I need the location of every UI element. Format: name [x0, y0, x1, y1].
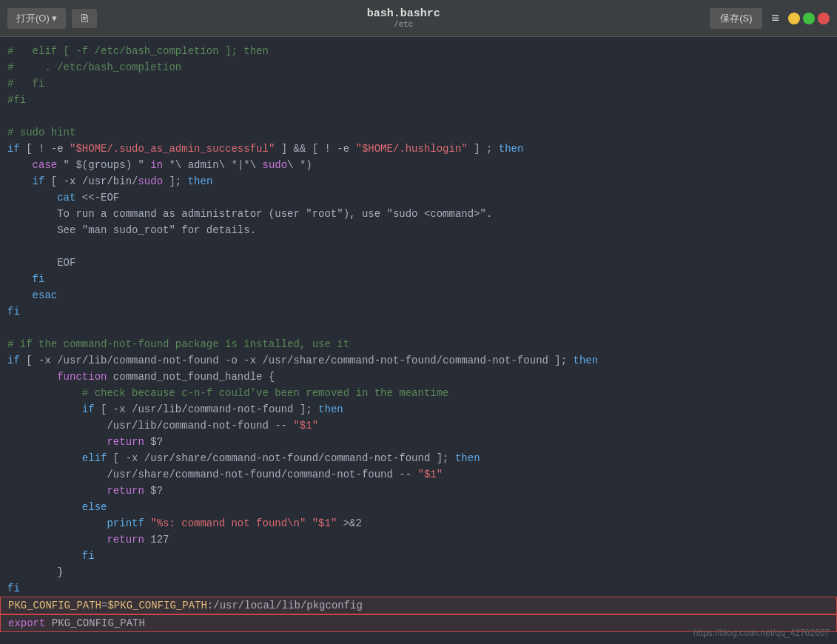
- file-name: bash.bashrc: [367, 7, 440, 20]
- code-line: elif [ -x /usr/share/command-not-found/c…: [0, 450, 837, 466]
- code-token: [7, 401, 82, 417]
- code-line: printf "%s: command not found\n" "$1" >&…: [0, 515, 837, 531]
- code-line: fi: [0, 580, 837, 597]
- maximize-button[interactable]: [803, 13, 815, 24]
- code-token: then: [499, 141, 524, 157]
- code-token: case: [33, 157, 58, 173]
- code-token: printf: [107, 515, 144, 531]
- code-token: PKG_CONFIG_PATH: [8, 597, 101, 614]
- code-token: fi: [33, 271, 45, 287]
- code-token: esac: [33, 287, 58, 303]
- code-line: fi: [0, 548, 837, 564]
- code-token: fi: [7, 580, 20, 597]
- code-line: if [ -x /usr/lib/command-not-found ]; th…: [0, 401, 837, 417]
- code-token: # fi: [7, 76, 44, 92]
- window-controls: [788, 13, 830, 24]
- code-token: [ -x /usr/bin/: [44, 173, 138, 189]
- code-token: [144, 515, 150, 531]
- code-line: return $?: [0, 483, 837, 499]
- titlebar-left: 打开(O) ▾ 🖹: [7, 8, 97, 29]
- close-button[interactable]: [818, 13, 830, 24]
- code-token: EOF: [7, 255, 75, 271]
- watermark-text: https://blog.csdn.net/qq_42762607: [693, 628, 830, 638]
- code-token: [7, 287, 33, 303]
- code-token: if: [7, 141, 20, 157]
- code-line: # sudo hint: [0, 124, 837, 141]
- code-token: function: [57, 369, 107, 385]
- code-line: case " $(groups) " in *\ admin\ *|*\ sud…: [0, 157, 837, 173]
- code-token: [7, 531, 107, 548]
- code-token: :/usr/local/lib/pkgconfig: [207, 597, 363, 614]
- open-button[interactable]: 打开(O) ▾: [7, 8, 66, 29]
- code-token: fi: [82, 548, 95, 564]
- code-token: " $(groups) ": [57, 157, 150, 173]
- code-token: [306, 515, 312, 531]
- code-line: return $?: [0, 434, 837, 450]
- code-token: <<-EOF: [75, 189, 119, 206]
- code-token: [ -x /usr/lib/command-not-found ];: [95, 401, 318, 417]
- code-token: [7, 483, 107, 499]
- code-token: [7, 271, 33, 287]
- code-token: return: [107, 531, 144, 548]
- code-line: [0, 108, 837, 124]
- code-token: # check because c-n-f could've been remo…: [82, 385, 449, 401]
- document-icon-button[interactable]: 🖹: [72, 9, 97, 28]
- highlighted-line-1: PKG_CONFIG_PATH = $PKG_CONFIG_PATH :/usr…: [0, 597, 837, 614]
- code-token: # if the command-not-found package is in…: [7, 336, 349, 352]
- save-button[interactable]: 保存(S): [710, 8, 762, 29]
- code-editor[interactable]: # elif [ -f /etc/bash_completion ]; then…: [0, 37, 837, 644]
- code-token: [7, 548, 82, 564]
- code-token: =: [101, 597, 107, 614]
- code-line: #fi: [0, 92, 837, 108]
- code-token: return: [107, 434, 144, 450]
- open-label: 打开(O): [16, 13, 50, 24]
- code-token: [ ! -e: [20, 141, 70, 157]
- code-token: # sudo hint: [7, 124, 75, 141]
- minimize-button[interactable]: [788, 13, 800, 24]
- code-token: "$HOME/.sudo_as_admin_successful": [70, 141, 275, 157]
- code-token: [ -x /usr/share/command-not-found/comman…: [107, 450, 454, 466]
- code-line: return 127: [0, 531, 837, 548]
- code-token: "$1": [293, 417, 318, 434]
- code-token: [7, 434, 107, 450]
- code-token: fi: [7, 303, 20, 320]
- code-token: then: [318, 401, 343, 417]
- code-token: $PKG_CONFIG_PATH: [107, 597, 206, 614]
- code-token: "$1": [418, 466, 443, 483]
- code-line: }: [0, 564, 837, 580]
- code-line: # if the command-not-found package is in…: [0, 336, 837, 352]
- code-token: PKG_CONFIG_PATH: [45, 615, 144, 631]
- open-dropdown-icon: ▾: [52, 13, 57, 24]
- titlebar-center: bash.bashrc /etc: [367, 7, 440, 29]
- code-token: elif: [82, 450, 107, 466]
- code-line: See "man sudo_root" for details.: [0, 222, 837, 238]
- code-token: return: [107, 483, 144, 499]
- code-line: EOF: [0, 255, 837, 271]
- code-token: then: [455, 450, 480, 466]
- code-token: }: [7, 564, 64, 580]
- code-token: cat: [57, 189, 75, 206]
- code-token: [7, 499, 82, 515]
- code-token: # elif [ -f /etc/bash_completion ]; then: [7, 43, 269, 59]
- code-token: To run a command as administrator (user …: [7, 206, 492, 222]
- code-token: else: [82, 499, 107, 515]
- code-line: [0, 320, 837, 336]
- code-token: then: [188, 173, 213, 189]
- code-token: in: [150, 157, 163, 173]
- code-line: /usr/lib/command-not-found -- "$1": [0, 417, 837, 434]
- code-token: /usr/share/command-not-found/command-not…: [7, 466, 418, 483]
- code-line: if [ -x /usr/lib/command-not-found -o -x…: [0, 352, 837, 369]
- code-token: if: [33, 173, 45, 189]
- menu-button[interactable]: ≡: [767, 9, 784, 27]
- watermark: https://blog.csdn.net/qq_42762607: [693, 628, 830, 638]
- code-token: 127: [144, 531, 169, 548]
- code-token: if: [82, 401, 95, 417]
- titlebar: 打开(O) ▾ 🖹 bash.bashrc /etc 保存(S) ≡: [0, 0, 837, 37]
- code-token: sudo: [262, 157, 287, 173]
- code-line: if [ ! -e "$HOME/.sudo_as_admin_successf…: [0, 141, 837, 157]
- code-token: [ -x /usr/lib/command-not-found -o -x /u…: [20, 352, 574, 369]
- code-line: # fi: [0, 76, 837, 92]
- code-token: "$HOME/.hushlogin": [356, 141, 468, 157]
- code-token: [7, 157, 33, 173]
- code-line: cat <<-EOF: [0, 189, 837, 206]
